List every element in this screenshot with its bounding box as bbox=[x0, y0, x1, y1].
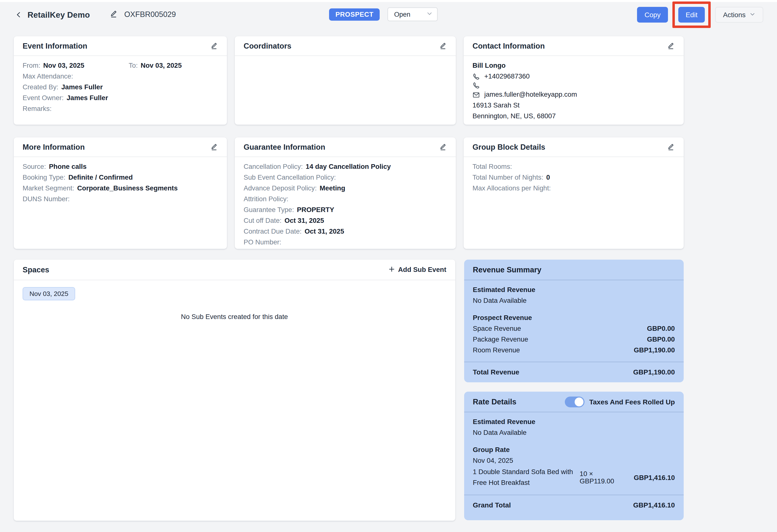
revenue-row-amount: GBP0.00 bbox=[647, 323, 675, 334]
card-title: Coordinators bbox=[244, 41, 292, 50]
field-label: Guarantee Type: bbox=[244, 206, 294, 214]
field-row: Contract Due Date:Oct 31, 2025 bbox=[244, 226, 447, 237]
contact-address-line1: 16913 Sarah St bbox=[472, 100, 675, 111]
field-label: Max Allocations per Night: bbox=[472, 184, 551, 192]
card-header: Coordinators bbox=[235, 36, 456, 56]
taxes-rolled-up-toggle[interactable] bbox=[565, 396, 584, 407]
card-body: Source:Phone calls Booking Type:Definite… bbox=[14, 157, 227, 211]
card-title: Contact Information bbox=[472, 41, 545, 50]
field-label: To: bbox=[129, 62, 138, 69]
edit-button[interactable]: Edit bbox=[678, 7, 705, 23]
field-row: DUNS Number: bbox=[23, 194, 218, 205]
edit-group-block-details-button[interactable] bbox=[666, 142, 675, 152]
field-value: Oct 31, 2025 bbox=[305, 228, 344, 235]
field-label: DUNS Number: bbox=[23, 195, 70, 203]
pencil-icon bbox=[439, 41, 447, 51]
card-header: More Information bbox=[14, 137, 227, 157]
card-header: Spaces Add Sub Event bbox=[14, 260, 455, 280]
field-value: Nov 03, 2025 bbox=[43, 62, 84, 69]
revenue-row: Space RevenueGBP0.00 bbox=[473, 323, 675, 334]
field-value: Phone calls bbox=[49, 163, 87, 170]
panel-header: Revenue Summary bbox=[464, 260, 684, 280]
card-body: From:Nov 03, 2025 To:Nov 03, 2025 Max At… bbox=[14, 56, 227, 120]
edit-guarantee-information-button[interactable] bbox=[439, 142, 447, 152]
revenue-row-amount: GBP0.00 bbox=[647, 334, 675, 345]
card-body: Bill Longo +14029687360 james.fuller@hot… bbox=[464, 56, 684, 125]
pencil-icon bbox=[439, 142, 447, 152]
field-row: Max Allocations per Night: bbox=[472, 183, 675, 194]
spaces-card: Spaces Add Sub Event Nov 03, 2025 No Sub… bbox=[14, 260, 455, 521]
pencil-icon bbox=[210, 41, 218, 51]
field-label: Total Rooms: bbox=[472, 163, 512, 170]
card-title: More Information bbox=[23, 143, 85, 151]
contact-phone-row: +14029687360 bbox=[472, 71, 675, 82]
field-row: Max Attendance: bbox=[23, 71, 218, 82]
rate-line-item-amount: GBP1,416.10 bbox=[634, 474, 675, 481]
card-body: Nov 03, 2025 No Sub Events created for t… bbox=[14, 280, 455, 326]
chevron-down-icon bbox=[427, 10, 433, 19]
toggle-knob bbox=[574, 397, 583, 406]
field-label: Total Number of Nights: bbox=[472, 174, 543, 181]
revenue-row-label: Room Revenue bbox=[473, 345, 520, 356]
rate-details-panel: Rate Details Taxes And Fees Rolled Up Es… bbox=[464, 392, 684, 520]
chevron-left-icon bbox=[15, 11, 22, 18]
phone-icon bbox=[472, 73, 480, 80]
bottom-section: Spaces Add Sub Event Nov 03, 2025 No Sub… bbox=[14, 260, 684, 521]
group-block-details-card: Group Block Details Total Rooms: Total N… bbox=[464, 137, 684, 249]
contact-address-line2: Bennington, NE, US, 68007 bbox=[472, 111, 675, 122]
section-title: Prospect Revenue bbox=[473, 313, 675, 323]
edit-coordinators-button[interactable] bbox=[439, 41, 447, 51]
edit-event-information-button[interactable] bbox=[210, 41, 218, 51]
total-revenue-value: GBP1,190.00 bbox=[633, 368, 675, 376]
revenue-summary-panel: Revenue Summary Estimated Revenue No Dat… bbox=[464, 260, 684, 382]
pencil-icon bbox=[210, 142, 218, 152]
field-value: Meeting bbox=[320, 184, 345, 192]
field-row: Guarantee Type:PROPERTY bbox=[244, 205, 447, 216]
chevron-down-icon bbox=[750, 11, 755, 19]
revenue-row-amount: GBP1,190.00 bbox=[634, 345, 675, 356]
field-value: 0 bbox=[546, 174, 550, 181]
info-card-grid: Event Information From:Nov 03, 2025 To:N… bbox=[14, 36, 684, 249]
field-row: Attrition Policy: bbox=[244, 194, 447, 205]
edit-more-information-button[interactable] bbox=[210, 142, 218, 152]
estimated-revenue-value: No Data Available bbox=[473, 427, 675, 438]
event-detail-page: RetailKey Demo OXFBR005029 PROSPECT Open… bbox=[0, 0, 777, 532]
edit-code-button[interactable] bbox=[109, 9, 118, 19]
back-button[interactable] bbox=[14, 10, 24, 20]
add-sub-event-button[interactable]: Add Sub Event bbox=[388, 266, 446, 274]
stage-select[interactable]: Open bbox=[388, 7, 438, 21]
field-row: Source:Phone calls bbox=[23, 161, 218, 172]
edit-contact-information-button[interactable] bbox=[666, 41, 675, 51]
contact-phone-row bbox=[472, 82, 675, 89]
panel-body: Estimated Revenue No Data Available Grou… bbox=[464, 412, 684, 488]
date-chip[interactable]: Nov 03, 2025 bbox=[23, 287, 75, 300]
pencil-icon bbox=[109, 9, 118, 19]
revenue-column: Revenue Summary Estimated Revenue No Dat… bbox=[464, 260, 684, 521]
pencil-icon bbox=[666, 41, 675, 51]
field-value: Oct 31, 2025 bbox=[285, 217, 324, 224]
section-title: Group Rate bbox=[473, 445, 675, 455]
field-row: Created By:James Fuller bbox=[23, 82, 218, 93]
field-row: Remarks: bbox=[23, 104, 218, 114]
section-title: Estimated Revenue bbox=[473, 417, 675, 427]
copy-button[interactable]: Copy bbox=[637, 7, 668, 23]
field-row: Cut off Date:Oct 31, 2025 bbox=[244, 216, 447, 226]
taxes-toggle-label: Taxes And Fees Rolled Up bbox=[589, 398, 675, 406]
actions-button[interactable]: Actions bbox=[715, 7, 763, 23]
stage-select-value: Open bbox=[394, 11, 410, 18]
event-code-group: OXFBR005029 bbox=[109, 9, 176, 19]
card-body: Cancellation Policy:14 day Cancellation … bbox=[235, 157, 456, 249]
revenue-row: Room RevenueGBP1,190.00 bbox=[473, 345, 675, 356]
coordinators-card: Coordinators bbox=[235, 36, 456, 125]
field-value: PROPERTY bbox=[297, 206, 334, 214]
field-label: Market Segment: bbox=[23, 184, 74, 192]
rate-date: Nov 04, 2025 bbox=[473, 455, 675, 466]
status-group: PROSPECT Open bbox=[329, 7, 438, 21]
contact-email-row: james.fuller@hotelkeyapp.com bbox=[472, 89, 675, 100]
card-body: Total Rooms: Total Number of Nights:0 Ma… bbox=[464, 157, 684, 200]
header-actions: Copy Edit Actions bbox=[637, 1, 763, 28]
grand-total-row: Grand Total GBP1,416.10 bbox=[464, 495, 684, 515]
card-header: Guarantee Information bbox=[235, 137, 456, 157]
total-revenue-row: Total Revenue GBP1,190.00 bbox=[464, 362, 684, 382]
field-label: Cancellation Policy: bbox=[244, 163, 303, 170]
